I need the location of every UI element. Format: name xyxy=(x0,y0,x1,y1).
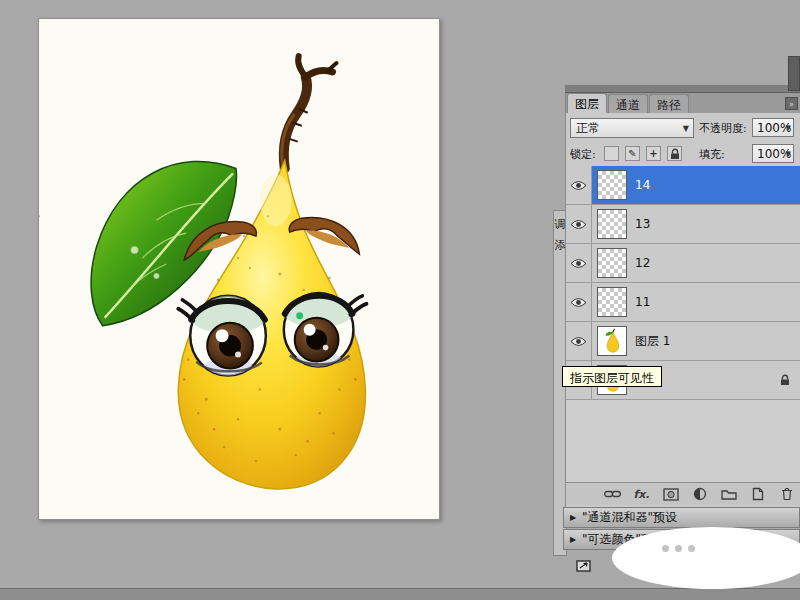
disclosure-triangle-icon[interactable]: ▶ xyxy=(564,513,582,522)
eye-icon xyxy=(570,219,587,230)
blend-mode-value: 正常 xyxy=(576,120,600,137)
visibility-toggle[interactable] xyxy=(566,283,592,321)
tab-channels[interactable]: 通道 xyxy=(608,94,648,113)
blend-opacity-row: 正常 ▼ 不透明度: 100% ▼ xyxy=(566,118,800,140)
visibility-toggle[interactable] xyxy=(566,322,592,360)
channel-mixer-presets-header[interactable]: ▶ "通道混和器"预设 xyxy=(563,507,800,528)
pear-stem xyxy=(282,56,337,168)
fill-field[interactable]: 100% ▼ xyxy=(752,144,794,163)
layer-row-layer1[interactable]: 图层 1 xyxy=(566,322,800,361)
layer-name[interactable]: 图层 1 xyxy=(635,333,670,350)
eye-icon xyxy=(570,336,587,347)
docked-panel-edge xyxy=(788,56,800,91)
layer-row-14[interactable]: 14 xyxy=(566,166,800,205)
layer-thumbnail[interactable] xyxy=(597,209,627,239)
layer-style-icon[interactable]: fx. xyxy=(633,486,650,502)
chevron-down-icon[interactable]: ▼ xyxy=(786,124,791,132)
status-bar xyxy=(0,588,800,600)
pear-artwork xyxy=(39,19,439,519)
chevron-down-icon[interactable]: ▼ xyxy=(786,150,791,158)
tab-paths[interactable]: 路径 xyxy=(649,94,689,113)
opacity-label: 不透明度: xyxy=(699,121,747,136)
panel-menu-icon[interactable]: » xyxy=(785,97,798,110)
lock-transparency-icon[interactable] xyxy=(604,146,619,161)
panel-header-label: "通道混和器"预设 xyxy=(582,509,677,526)
fill-label: 填充: xyxy=(699,147,725,162)
layer-row-13[interactable]: 13 xyxy=(566,205,800,244)
link-layers-icon[interactable] xyxy=(604,486,621,502)
visibility-toggle[interactable] xyxy=(566,205,592,243)
layers-panel-footer: fx. xyxy=(566,482,800,505)
panel-title-bar[interactable] xyxy=(565,85,800,93)
layer-row-12[interactable]: 12 xyxy=(566,244,800,283)
visibility-toggle[interactable] xyxy=(566,244,592,282)
opacity-field[interactable]: 100% ▼ xyxy=(752,118,794,137)
visibility-tooltip: 指示图层可见性 xyxy=(562,366,662,387)
eye-icon xyxy=(570,258,587,269)
layers-panel: 图层 通道 路径 » 正常 ▼ 不透明度: 100% ▼ 锁定: xyxy=(565,85,800,507)
layer-name[interactable]: 13 xyxy=(635,217,650,231)
layer-list: 14 13 xyxy=(566,166,800,482)
layer-lock-icon xyxy=(780,374,790,389)
layer-thumbnail[interactable] xyxy=(597,326,627,356)
chevron-down-icon: ▼ xyxy=(683,124,689,133)
lock-buttons: ✎ + xyxy=(604,146,682,161)
eye-icon xyxy=(570,297,587,308)
blend-mode-dropdown[interactable]: 正常 ▼ xyxy=(570,118,694,138)
new-layer-icon[interactable] xyxy=(749,486,766,502)
photoshop-workspace: 调 添 ▶ "通道混和器"预设 ▶ "可选颜色"预设 图层 通道 路径 » 正常… xyxy=(0,0,800,600)
layer-row-11[interactable]: 11 xyxy=(566,283,800,322)
visibility-toggle[interactable] xyxy=(566,166,592,204)
layer-name[interactable]: 12 xyxy=(635,256,650,270)
disclosure-triangle-icon[interactable]: ▶ xyxy=(564,535,582,544)
layers-panel-body: 正常 ▼ 不透明度: 100% ▼ 锁定: ✎ + xyxy=(565,113,800,507)
layer-thumbnail[interactable] xyxy=(597,170,627,200)
eye-icon xyxy=(570,180,587,191)
layer-thumbnail[interactable] xyxy=(597,248,627,278)
delete-layer-icon[interactable] xyxy=(778,486,795,502)
new-group-icon[interactable] xyxy=(720,486,737,502)
layer-name[interactable]: 11 xyxy=(635,295,650,309)
scale-icon[interactable] xyxy=(575,558,593,578)
notification-bubble xyxy=(612,527,800,589)
document-canvas[interactable] xyxy=(38,18,440,520)
ellipsis-dots-icon xyxy=(662,545,695,552)
lock-fill-row: 锁定: ✎ + 填充: 100% ▼ xyxy=(566,144,800,166)
panel-tab-bar: 图层 通道 路径 » xyxy=(565,93,800,113)
adjustment-layer-icon[interactable] xyxy=(691,486,708,502)
lock-move-icon[interactable]: + xyxy=(646,146,661,161)
layer-thumbnail[interactable] xyxy=(597,287,627,317)
lock-paint-brush-icon[interactable]: ✎ xyxy=(625,146,640,161)
layer-mask-icon[interactable] xyxy=(662,486,679,502)
layer-name[interactable]: 14 xyxy=(635,178,650,192)
lock-all-icon[interactable] xyxy=(667,146,682,161)
tab-layers[interactable]: 图层 xyxy=(567,93,607,113)
lock-label: 锁定: xyxy=(570,147,596,162)
